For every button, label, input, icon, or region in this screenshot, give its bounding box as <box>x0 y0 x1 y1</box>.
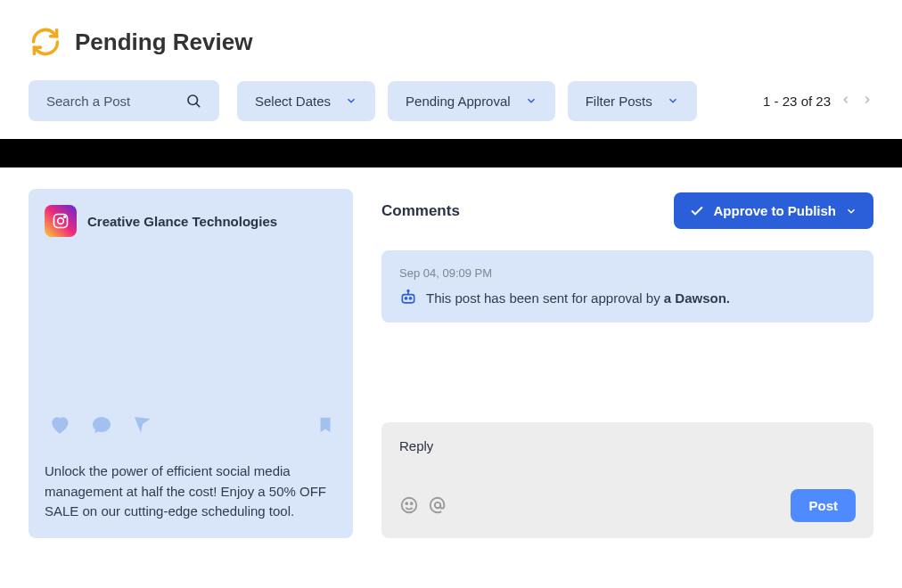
instagram-icon <box>45 205 77 237</box>
bot-icon <box>399 289 417 306</box>
content: Creative Glance Technologies Unlock the … <box>0 167 902 559</box>
send-icon[interactable] <box>132 414 153 436</box>
svg-point-7 <box>409 298 411 299</box>
activity-text: This post has been sent for approval by … <box>426 290 730 306</box>
page-header: Pending Review <box>0 0 902 59</box>
svg-rect-5 <box>402 295 414 303</box>
activity-card: Sep 04, 09:09 PM This post has been sent… <box>381 250 873 323</box>
reply-card: Reply Post <box>381 422 873 538</box>
post-caption: Unlock the power of efficient social med… <box>45 461 337 522</box>
activity-body: This post has been sent for approval by … <box>399 289 856 306</box>
mention-icon[interactable] <box>428 495 447 515</box>
prev-page-button[interactable] <box>840 94 852 109</box>
smiley-icon[interactable] <box>399 495 419 515</box>
activity-time: Sep 04, 09:09 PM <box>399 266 856 280</box>
post-card: Creative Glance Technologies Unlock the … <box>29 189 353 538</box>
comments-header: Comments Approve to Publish <box>381 192 873 229</box>
comment-bubble-icon[interactable] <box>91 414 112 436</box>
svg-point-10 <box>402 498 417 513</box>
post-image <box>45 237 337 404</box>
divider-bar <box>0 139 902 167</box>
comments-title: Comments <box>381 202 460 220</box>
reply-row: Post <box>399 489 856 522</box>
svg-point-4 <box>64 216 66 218</box>
svg-line-1 <box>196 103 200 107</box>
svg-point-3 <box>58 218 64 225</box>
toolbar: Select Dates Pending Approval Filter Pos… <box>0 59 902 121</box>
comments-panel: Comments Approve to Publish Sep 04, 09:0… <box>381 189 873 538</box>
check-icon <box>690 204 704 218</box>
status-filter-label: Pending Approval <box>406 94 511 109</box>
activity-actor: a Dawson. <box>664 290 730 306</box>
refresh-icon <box>29 25 62 59</box>
date-filter[interactable]: Select Dates <box>237 81 375 121</box>
page-title: Pending Review <box>75 29 252 56</box>
next-page-button[interactable] <box>861 94 873 109</box>
activity-prefix: This post has been sent for approval by <box>426 290 664 306</box>
posts-filter-label: Filter Posts <box>586 94 652 109</box>
post-actions <box>48 413 337 437</box>
svg-point-12 <box>411 502 413 504</box>
svg-point-11 <box>406 502 407 504</box>
post-author: Creative Glance Technologies <box>87 214 277 229</box>
search-icon <box>185 93 201 109</box>
reply-label[interactable]: Reply <box>399 438 856 453</box>
pagination: 1 - 23 of 23 <box>763 94 873 109</box>
approve-button[interactable]: Approve to Publish <box>674 192 873 229</box>
svg-point-9 <box>407 290 409 292</box>
pagination-text: 1 - 23 of 23 <box>763 94 831 109</box>
chevron-down-icon <box>667 94 679 107</box>
search-pill[interactable] <box>29 80 219 121</box>
post-button[interactable]: Post <box>791 489 856 522</box>
svg-point-13 <box>435 502 440 508</box>
chevron-down-icon <box>345 94 357 107</box>
date-filter-label: Select Dates <box>255 94 331 109</box>
status-filter[interactable]: Pending Approval <box>388 81 555 121</box>
heart-icon[interactable] <box>48 413 71 437</box>
search-input[interactable] <box>46 94 171 109</box>
posts-filter[interactable]: Filter Posts <box>568 81 697 121</box>
bookmark-icon[interactable] <box>316 413 335 437</box>
svg-point-6 <box>405 298 406 299</box>
approve-label: Approve to Publish <box>713 203 836 218</box>
reply-icons <box>399 495 447 515</box>
post-header: Creative Glance Technologies <box>45 205 337 237</box>
chevron-down-icon <box>525 94 537 107</box>
chevron-down-icon <box>845 205 857 217</box>
